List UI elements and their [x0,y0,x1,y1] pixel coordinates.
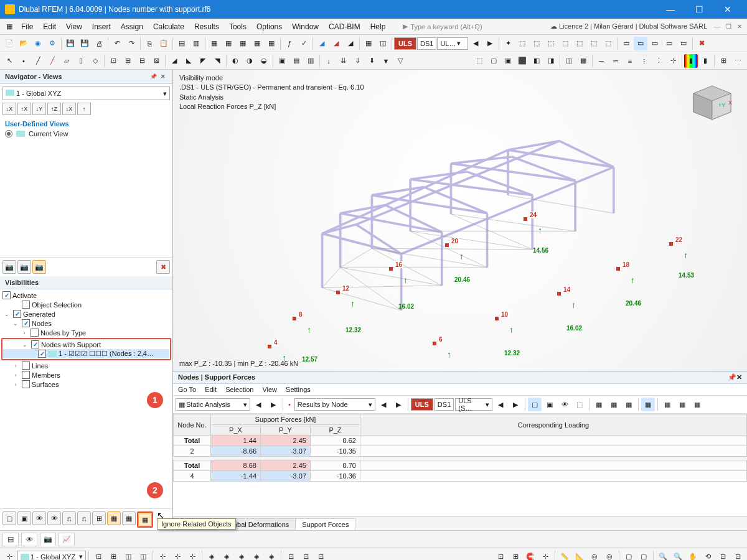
rp-ds[interactable]: DS1 [435,398,454,411]
e5-icon[interactable]: ⋮ [652,54,665,68]
calc-icon[interactable]: ƒ [283,37,296,50]
rp-prev1-icon[interactable]: ◀ [251,398,265,411]
rp-settings[interactable]: Settings [286,386,311,393]
vb9-icon[interactable]: ▦ [122,511,136,525]
bt13-icon[interactable]: ⊡ [284,550,298,561]
c1-icon[interactable]: ▣ [275,54,289,68]
menu-window[interactable]: Window [287,20,324,34]
bt-snap2-icon[interactable]: ⊞ [509,550,522,561]
v3-icon[interactable]: ▣ [501,54,515,68]
check-icon[interactable]: ✓ [297,37,311,50]
bt-z2-icon[interactable]: 🔍 [671,550,685,561]
vb6-icon[interactable]: ⎌ [77,511,91,525]
f4-icon[interactable]: ▭ [662,37,676,50]
cam2-icon[interactable]: 📷 [17,260,31,274]
tree-nodes[interactable]: ⌄Nodes [2,319,170,328]
rp-edit[interactable]: Edit [205,386,217,393]
rp-t11-icon[interactable]: ▦ [690,398,704,411]
table-row[interactable]: Total 1.44 2.45 0.62 [174,436,747,446]
anim-icon[interactable]: ▦ [362,37,375,50]
node-icon[interactable]: • [17,54,31,68]
e3-icon[interactable]: ≡ [623,54,637,68]
wire-icon[interactable]: ▦ [576,54,590,68]
block-icon[interactable]: ⚙ [45,37,59,50]
table-row[interactable]: 4 -1.44 -3.07 -10.36 [174,471,747,482]
print-icon[interactable]: 🖨 [92,37,106,50]
x-icon[interactable]: ✖ [695,37,708,50]
rend-icon[interactable]: ◫ [562,54,576,68]
rp-t9-icon[interactable]: ▦ [660,398,674,411]
vb1-icon[interactable]: ▢ [2,511,16,525]
star-icon[interactable]: ✦ [501,37,515,50]
search-hint[interactable]: ▶ Type a keyword (Alt+Q) [403,22,482,30]
menu-calculate[interactable]: Calculate [148,20,189,34]
v4-icon[interactable]: ⬛ [515,54,529,68]
redo-icon[interactable]: ↷ [125,37,138,50]
rp-t3-icon[interactable]: 👁 [558,398,571,411]
rp-t10-icon[interactable]: ▦ [675,398,689,411]
menu-cadbim[interactable]: CAD-BIM [324,20,365,34]
next-lc-icon[interactable]: ▶ [483,37,497,50]
bt4-icon[interactable]: ◫ [136,550,150,561]
copy-icon[interactable]: ⎘ [143,37,156,50]
t4-icon[interactable]: ⊠ [149,54,163,68]
graph-icon[interactable]: ◫ [376,37,390,50]
bt9-icon[interactable]: ◈ [220,550,233,561]
vb8-icon[interactable]: ▦ [107,511,121,525]
e2-icon[interactable]: ═ [609,54,622,68]
nav-pin-icon[interactable]: 📌 [149,72,157,81]
bt-z6-icon[interactable]: ⊡ [731,550,745,561]
e6-icon[interactable]: ⊹ [666,54,680,68]
bt-snap4-icon[interactable]: ⊹ [538,550,552,561]
sup4-icon[interactable]: ◥ [210,54,224,68]
maximize-button[interactable]: ☐ [685,0,713,19]
tree-activate[interactable]: Activate [2,291,170,300]
menu-file[interactable]: File [16,20,38,34]
nav-close-icon[interactable]: ✕ [159,72,167,81]
t3-icon[interactable]: ⊟ [135,54,149,68]
vb2-icon[interactable]: ▣ [17,511,31,525]
bt8-icon[interactable]: ◈ [205,550,218,561]
color-icon[interactable]: ▮ [684,54,698,68]
l4-icon[interactable]: ⬇ [365,54,378,68]
bt-z1-icon[interactable]: 🔍 [656,550,670,561]
rp-t4-icon[interactable]: ⬚ [573,398,586,411]
rp-next2-icon[interactable]: ▶ [392,398,405,411]
rp-t8-icon[interactable]: ▦ [641,398,655,411]
mdi-min-icon[interactable]: — [712,22,722,31]
bt2-icon[interactable]: ⊞ [106,550,120,561]
rp-prev2-icon[interactable]: ◀ [377,398,390,411]
bt11-icon[interactable]: ◈ [250,550,263,561]
bt3-icon[interactable]: ◫ [121,550,135,561]
sup2-icon[interactable]: ◣ [182,54,195,68]
axis-neg-x2[interactable]: ↓X [62,103,76,115]
rp-combo-analysis[interactable]: ▦ Static Analysis ▾ [176,398,250,411]
v2-icon[interactable]: ▢ [487,54,500,68]
more-icon[interactable]: ⋯ [731,54,745,68]
rp-next1-icon[interactable]: ▶ [266,398,280,411]
bt1-icon[interactable]: ⊡ [92,550,105,561]
bt12-icon[interactable]: ◈ [265,550,278,561]
bt-m1-icon[interactable]: 📏 [558,550,571,561]
table2-icon[interactable]: ▦ [222,37,235,50]
tree-nws-item[interactable]: 1 - ☑☑☑ ☐☐☐ (Nodes : 2,4… [3,349,169,358]
f1-icon[interactable]: ▭ [619,37,633,50]
c3-icon[interactable]: ▥ [304,54,317,68]
v1-icon[interactable]: ⬚ [472,54,486,68]
lbl6-icon[interactable]: ⬚ [587,37,601,50]
app-menu-icon[interactable]: ▦ [2,20,16,34]
mdi-restore-icon[interactable]: ❐ [723,22,733,31]
bt-axis-icon[interactable]: ⊹ [2,550,16,561]
bt14-icon[interactable]: ⊡ [299,550,312,561]
bt7-icon[interactable]: ⊹ [186,550,199,561]
axis-neg-x[interactable]: ↓X [2,103,16,115]
table-row[interactable]: 2 -8.66 -3.07 -10.35 [174,446,747,457]
rp-uls-badge[interactable]: ULS [411,398,433,411]
axis-rot[interactable]: ↑ [77,103,91,115]
sup3-icon[interactable]: ◤ [196,54,210,68]
menu-edit[interactable]: Edit [38,20,61,34]
saveall-icon[interactable]: 💾 [78,37,92,50]
cam3-icon[interactable]: 📷 [32,260,46,274]
line-icon[interactable]: ╱ [31,54,45,68]
menu-insert[interactable]: Insert [87,20,116,34]
